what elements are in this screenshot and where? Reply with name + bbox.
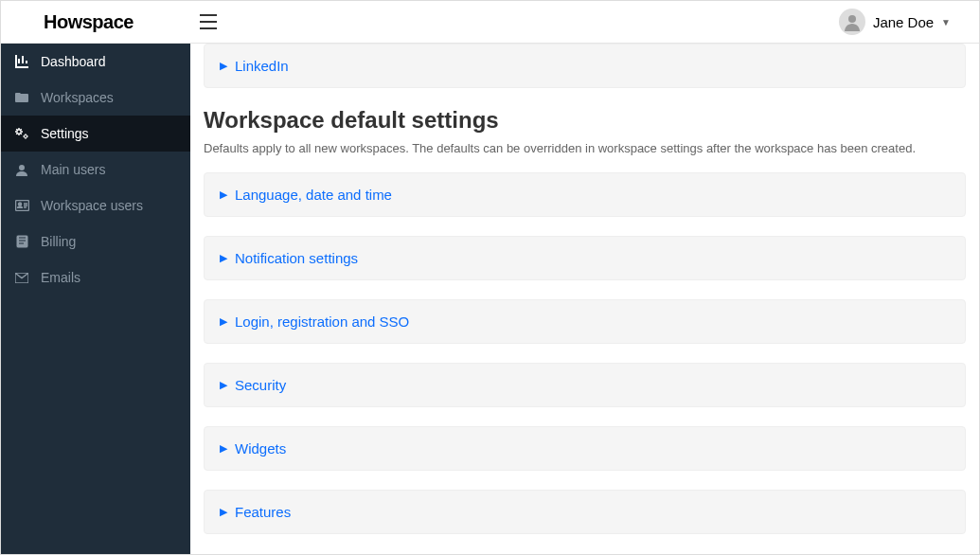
sidebar: Dashboard Workspaces Settings Main users… <box>1 44 190 555</box>
topbar: Howspace Jane Doe ▼ <box>1 1 979 44</box>
folder-icon <box>14 92 29 103</box>
caret-right-icon: ▶ <box>220 315 227 328</box>
svg-point-2 <box>25 135 27 138</box>
sidebar-item-label: Workspace users <box>41 198 143 213</box>
accordion-language[interactable]: ▶ Language, date and time <box>204 172 966 217</box>
caret-right-icon: ▶ <box>220 252 227 264</box>
accordion-security[interactable]: ▶ Security <box>204 363 966 407</box>
section-subtitle: Defaults apply to all new workspaces. Th… <box>204 141 966 155</box>
accordion-linkedin[interactable]: ▶ LinkedIn <box>204 44 966 88</box>
caret-right-icon: ▶ <box>220 379 227 391</box>
address-card-icon <box>14 200 29 211</box>
sidebar-item-billing[interactable]: Billing <box>1 224 190 260</box>
user-name: Jane Doe <box>873 14 934 30</box>
main-content: ▶ LinkedIn Workspace default settings De… <box>190 44 979 555</box>
accordion-label: Features <box>235 504 291 520</box>
svg-point-0 <box>848 15 856 23</box>
sidebar-item-label: Settings <box>41 126 89 141</box>
chart-icon <box>14 55 29 68</box>
caret-right-icon: ▶ <box>220 506 227 518</box>
sidebar-item-label: Main users <box>41 162 105 177</box>
sidebar-item-label: Billing <box>41 234 76 249</box>
caret-right-icon: ▶ <box>220 188 227 201</box>
user-menu[interactable]: Jane Doe ▼ <box>839 9 970 35</box>
sidebar-item-label: Dashboard <box>41 54 106 69</box>
avatar <box>839 9 865 35</box>
accordion-widgets[interactable]: ▶ Widgets <box>204 426 966 471</box>
accordion-label: Login, registration and SSO <box>235 313 409 330</box>
sidebar-item-label: Emails <box>41 270 80 285</box>
svg-point-1 <box>17 130 21 134</box>
accordion-login-sso[interactable]: ▶ Login, registration and SSO <box>204 299 966 344</box>
logo-area: Howspace <box>1 11 190 33</box>
caret-right-icon: ▶ <box>220 442 227 455</box>
section-title: Workspace default settings <box>204 107 966 134</box>
svg-point-5 <box>18 203 21 206</box>
sidebar-item-settings[interactable]: Settings <box>1 116 190 152</box>
sidebar-item-workspaces[interactable]: Workspaces <box>1 80 190 116</box>
accordion-notifications[interactable]: ▶ Notification settings <box>204 236 966 280</box>
svg-point-3 <box>19 165 25 170</box>
sidebar-item-dashboard[interactable]: Dashboard <box>1 44 190 80</box>
gears-icon <box>14 127 29 140</box>
accordion-label: Widgets <box>235 440 286 457</box>
accordion-label: Language, date and time <box>235 187 392 203</box>
chevron-down-icon: ▼ <box>941 17 951 27</box>
accordion-label: Security <box>235 377 286 393</box>
sidebar-item-workspace-users[interactable]: Workspace users <box>1 188 190 224</box>
hamburger-menu-icon[interactable] <box>200 14 217 29</box>
accordion-label: Notification settings <box>235 250 358 266</box>
book-icon <box>14 235 29 248</box>
sidebar-item-main-users[interactable]: Main users <box>1 152 190 188</box>
sidebar-item-label: Workspaces <box>41 90 114 105</box>
brand-logo: Howspace <box>44 11 134 33</box>
user-icon <box>14 163 29 176</box>
envelope-icon <box>14 273 29 283</box>
accordion-features[interactable]: ▶ Features <box>204 490 966 534</box>
caret-right-icon: ▶ <box>220 60 227 72</box>
accordion-label: LinkedIn <box>235 58 289 74</box>
sidebar-item-emails[interactable]: Emails <box>1 260 190 295</box>
